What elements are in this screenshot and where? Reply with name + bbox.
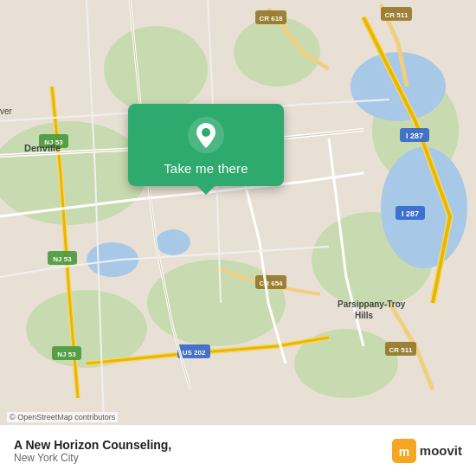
svg-point-12 [156,229,190,255]
svg-text:I 287: I 287 [402,209,419,218]
osm-credit: © OpenStreetMap contributors [7,412,118,422]
svg-text:CR 618: CR 618 [259,15,283,23]
svg-text:Denville: Denville [24,143,61,153]
moovit-icon: m [392,439,416,463]
svg-text:Hills: Hills [355,311,374,320]
svg-text:I 287: I 287 [406,132,423,140]
location-info: A New Horizon Counseling, New York City [14,438,392,464]
location-city: New York City [14,452,392,464]
svg-point-6 [26,290,147,368]
svg-point-3 [234,17,320,87]
map-background: I 287 I 287 NJ 53 NJ 53 NJ 53 US 202 CR … [0,0,476,424]
svg-point-38 [202,128,210,137]
take-me-there-button[interactable]: Take me there [164,161,248,176]
svg-point-2 [104,26,208,113]
moovit-logo: m moovit [392,439,462,463]
svg-text:NJ 53: NJ 53 [53,255,72,263]
svg-text:ver: ver [0,106,13,116]
svg-text:m: m [399,445,409,459]
popup-card[interactable]: Take me there [128,104,284,186]
location-name: A New Horizon Counseling, [14,438,392,452]
moovit-label: moovit [420,443,462,458]
svg-text:NJ 53: NJ 53 [57,351,76,358]
location-pin-icon [187,116,225,154]
bottom-bar: A New Horizon Counseling, New York City … [0,424,476,476]
svg-text:CR 511: CR 511 [389,346,413,354]
svg-text:US 202: US 202 [183,349,206,357]
svg-text:CR 511: CR 511 [384,11,408,19]
svg-text:CR 654: CR 654 [259,280,283,287]
svg-text:Parsippany-Troy: Parsippany-Troy [338,299,406,309]
map-container: I 287 I 287 NJ 53 NJ 53 NJ 53 US 202 CR … [0,0,476,424]
